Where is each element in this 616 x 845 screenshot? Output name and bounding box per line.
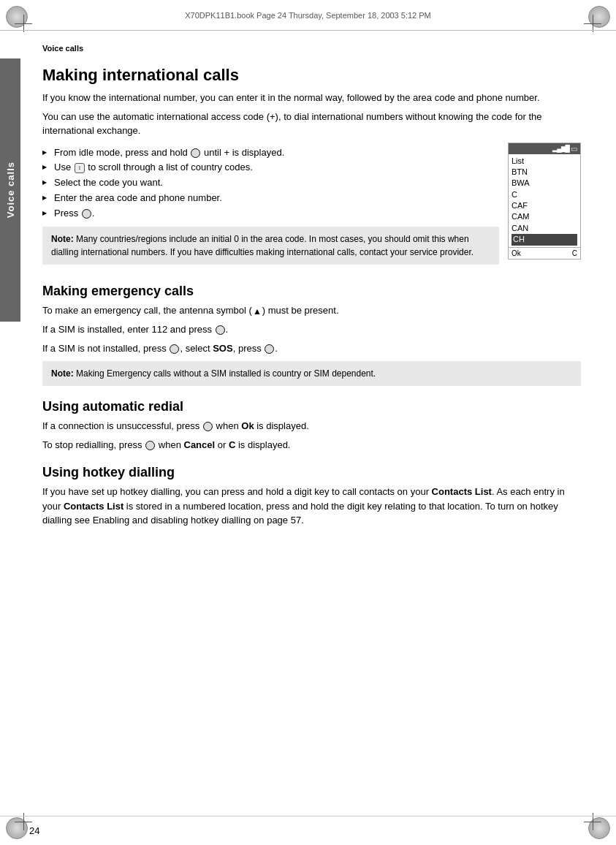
international-bullet-list: From idle mode, press and hold until + i…	[42, 145, 499, 221]
phone-c-label: C	[572, 249, 577, 257]
side-tab-label: Voice calls	[5, 162, 16, 218]
bullet-4: Enter the area code and phone number.	[42, 191, 499, 206]
button-icon-1	[191, 148, 200, 158]
phone-list: List BTN BWA C CAF CAM CAN CH	[509, 154, 580, 247]
section-title-emergency: Making emergency calls	[42, 284, 581, 299]
international-note-box: Note: Many countries/regions include an …	[42, 227, 499, 265]
signal-bars: ▂▄▆█	[552, 145, 569, 152]
button-icon-em3	[265, 344, 274, 354]
phone-list-item-cam: CAM	[512, 211, 577, 222]
phone-list-item-btn: BTN	[512, 167, 577, 178]
page-header: X70DPK11B1.book Page 24 Thursday, Septem…	[0, 0, 616, 31]
international-para-1: If you know the international number, yo…	[42, 91, 581, 105]
button-icon-em2	[170, 344, 179, 354]
page-footer: 24	[0, 816, 616, 845]
emergency-note-box: Note: Making Emergency calls without a S…	[42, 361, 581, 386]
hotkey-para-1: If you have set up hotkey dialling, you …	[42, 485, 581, 528]
bullets-area: From idle mode, press and hold until + i…	[42, 143, 499, 271]
redial-para-2: To stop redialling, press when Cancel or…	[42, 438, 581, 452]
phone-list-item-c: C	[512, 189, 577, 200]
header-text: X70DPK11B1.book Page 24 Thursday, Septem…	[185, 11, 431, 20]
emergency-para-3: If a SIM is not installed, press , selec…	[42, 341, 581, 356]
section-title-international: Making international calls	[42, 66, 581, 85]
antenna-symbol: ▲	[253, 305, 262, 318]
nav-key-icon: ↕	[75, 163, 85, 173]
bullet-5: Press .	[42, 206, 499, 221]
emergency-note-text: Making Emergency calls without a SIM ins…	[76, 368, 376, 379]
redial-para-1: If a connection is unsuccessful, press w…	[42, 419, 581, 433]
side-tab: Voice calls	[0, 58, 20, 322]
bullet-1: From idle mode, press and hold until + i…	[42, 145, 499, 161]
section-label: Voice calls	[42, 44, 581, 53]
main-content: Voice calls Making international calls I…	[20, 31, 616, 816]
phone-screen-mockup: ▂▄▆█ ▭ List BTN BWA C CAF CAM CAN CH Ok …	[508, 143, 581, 259]
page-number: 24	[29, 825, 39, 836]
section-title-redial: Using automatic redial	[42, 399, 581, 414]
emergency-para-2: If a SIM is installed, enter 112 and pre…	[42, 322, 581, 337]
international-note-label: Note:	[51, 234, 74, 244]
emergency-note-label: Note:	[51, 368, 74, 379]
phone-list-item-ch: CH	[512, 234, 577, 245]
phone-list-item-caf: CAF	[512, 200, 577, 211]
international-note-text: Many countries/regions include an initia…	[51, 234, 474, 257]
bullets-phone-wrap: From idle mode, press and hold until + i…	[42, 143, 581, 271]
button-icon-em1	[216, 325, 225, 335]
phone-list-item-list: List	[512, 156, 577, 167]
phone-top-bar: ▂▄▆█ ▭	[509, 143, 580, 154]
phone-ok-label: Ok	[512, 249, 521, 257]
bullet-2: Use ↕ to scroll through a list of countr…	[42, 160, 499, 175]
button-icon-2	[82, 209, 91, 219]
battery-icon: ▭	[571, 145, 577, 153]
emergency-para-1: To make an emergency call, the antenna s…	[42, 303, 581, 318]
phone-bottom-bar: Ok C	[509, 247, 580, 259]
section-title-hotkey: Using hotkey dialling	[42, 465, 581, 480]
bullet-3: Select the code you want.	[42, 175, 499, 191]
phone-list-item-can: CAN	[512, 223, 577, 234]
international-para-2: You can use the automatic international …	[42, 110, 581, 138]
button-icon-r2	[145, 441, 155, 450]
phone-list-item-bwa: BWA	[512, 178, 577, 189]
button-icon-r1	[203, 422, 213, 431]
